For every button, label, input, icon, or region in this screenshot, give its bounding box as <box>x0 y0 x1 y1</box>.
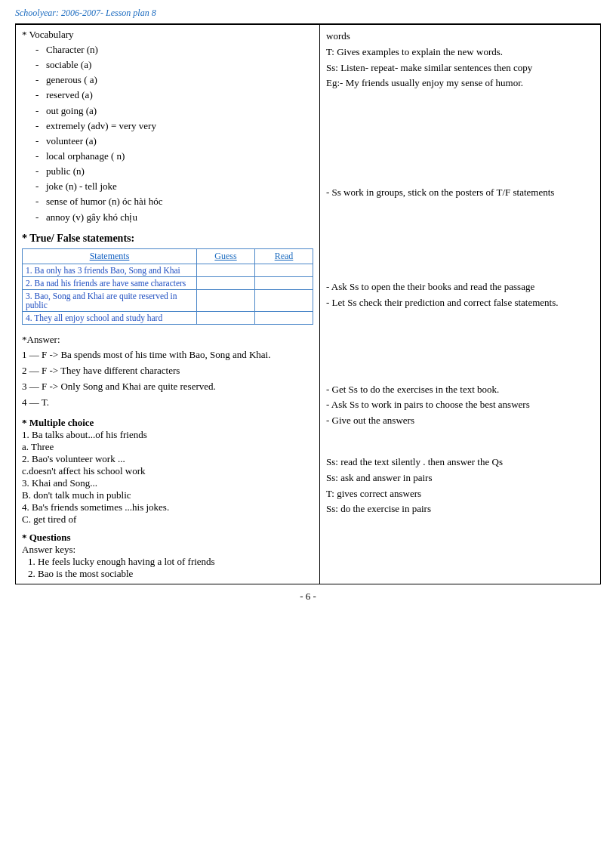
page-number: - 6 - <box>15 591 601 603</box>
left-column: * Vocabulary Character (n) sociable (a) … <box>16 25 320 584</box>
tf-section: * True/ False statements: Statements Gue… <box>22 233 313 325</box>
right-s1-l2: Ss: Listen- repeat- make similar sentenc… <box>326 60 594 76</box>
mc-item-7: C. get tired of <box>22 513 313 526</box>
guess-3 <box>197 289 255 311</box>
list-item: joke (n) - tell joke <box>35 179 313 194</box>
read-3 <box>255 289 313 311</box>
mc-item-1: a. Three <box>22 441 313 453</box>
answer-1: 1 — F -> Ba spends most of his time with… <box>22 347 313 363</box>
right-s4-l1: - Ask Ss to work in pairs to choose the … <box>326 397 594 413</box>
answer-3: 3 — F -> Only Song and Khai are quite re… <box>22 379 313 395</box>
right-s4-l2: - Give out the answers <box>326 413 594 429</box>
list-item: public (n) <box>35 164 313 179</box>
guess-2 <box>197 276 255 289</box>
right-s3-l0: - Ask Ss to open the their books and rea… <box>326 279 594 295</box>
list-item: sense of humor (n) óc hài hóc <box>35 194 313 209</box>
right-s5-l3: Ss: do the exercise in pairs <box>326 501 594 517</box>
mc-item-3: c.doesn't affect his school work <box>22 465 313 477</box>
list-item: Character (n) <box>35 42 313 57</box>
multiple-choice-section: * Multiple choice 1. Ba talks about...of… <box>22 417 313 526</box>
right-segment-2: - Ss work in groups, stick on the poster… <box>326 185 594 201</box>
list-item: sociable (a) <box>35 57 313 72</box>
right-s3-l1: - Let Ss check their prediction and corr… <box>326 295 594 311</box>
right-column: words T: Gives examples to explain the n… <box>320 25 601 584</box>
mc-item-4: 3. Khai and Song... <box>22 477 313 489</box>
right-inner: words T: Gives examples to explain the n… <box>326 29 594 517</box>
tf-table: Statements Guess Read 1. Ba only has 3 f… <box>22 248 313 325</box>
right-spacer-3 <box>326 314 594 382</box>
header-title: Schoolyear: 2006-2007- Lesson plan 8 <box>15 8 156 18</box>
answer-title: *Answer: <box>22 334 60 345</box>
right-s1-l0: words <box>326 29 594 45</box>
mc-item-6: 4. Ba's friends sometimes ...his jokes. <box>22 501 313 513</box>
right-spacer-1 <box>326 94 594 185</box>
read-1 <box>255 264 313 276</box>
right-s5-l1: Ss: ask and answer in pairs <box>326 470 594 486</box>
th-statements: Statements <box>23 248 197 264</box>
questions-section: * Questions Answer keys: 1. He feels luc… <box>22 532 313 580</box>
mc-item-5: B. don't talk much in public <box>22 489 313 501</box>
right-s1-l3: Eg:- My friends usually enjoy my sense o… <box>326 76 594 91</box>
guess-1 <box>197 264 255 276</box>
list-item: local orphanage ( n) <box>35 149 313 164</box>
list-item: out going (a) <box>35 103 313 119</box>
table-row: 4. They all enjoy school and study hard <box>23 311 313 324</box>
list-item: extremely (adv) = very very <box>35 119 313 134</box>
answer-keys-title: Answer keys: <box>22 544 313 556</box>
list-item: reserved (a) <box>35 88 313 103</box>
right-s2-l0: - Ss work in groups, stick on the poster… <box>326 185 594 201</box>
right-segment-1: words T: Gives examples to explain the n… <box>326 29 594 91</box>
right-segment-4: - Get Ss to do the exercises in the text… <box>326 382 594 429</box>
right-s4-l0: - Get Ss to do the exercises in the text… <box>326 382 594 398</box>
mc-title: * Multiple choice <box>22 417 94 428</box>
statement-2: 2. Ba nad his friends are have same char… <box>23 276 197 289</box>
right-segment-5: Ss: read the text silently . then answer… <box>326 455 594 517</box>
vocab-section: * Vocabulary Character (n) sociable (a) … <box>22 29 313 225</box>
table-row: 3. Bao, Song and Khai are quite reserved… <box>23 289 313 311</box>
q-title: * Questions <box>22 532 71 543</box>
th-read: Read <box>255 248 313 264</box>
vocab-title: * Vocabulary <box>22 29 73 40</box>
answer-section: *Answer: 1 — F -> Ba spends most of his … <box>22 332 313 411</box>
answer-key-1: 1. He feels lucky enough having a lot of… <box>22 556 313 568</box>
answer-4: 4 — T. <box>22 395 313 411</box>
th-guess: Guess <box>197 248 255 264</box>
right-spacer-2 <box>326 204 594 279</box>
table-row: 1. Ba only has 3 friends Bao, Song and K… <box>23 264 313 276</box>
page-header: Schoolyear: 2006-2007- Lesson plan 8 <box>15 8 601 19</box>
table-row: 2. Ba nad his friends are have same char… <box>23 276 313 289</box>
statement-1: 1. Ba only has 3 friends Bao, Song and K… <box>23 264 197 276</box>
page: Schoolyear: 2006-2007- Lesson plan 8 * V… <box>0 0 616 848</box>
guess-4 <box>197 311 255 324</box>
mc-item-2: 2. Bao's volunteer work ... <box>22 453 313 465</box>
answer-2: 2 — F -> They have different characters <box>22 363 313 379</box>
read-4 <box>255 311 313 324</box>
list-item: volunteer (a) <box>35 134 313 149</box>
answer-key-2: 2. Bao is the most sociable <box>22 568 313 580</box>
vocab-list: Character (n) sociable (a) generous ( a)… <box>22 42 313 225</box>
right-s5-l2: T: gives correct answers <box>326 486 594 502</box>
list-item: annoy (v) gây khó chịu <box>35 210 313 225</box>
tf-title: * True/ False statements: <box>22 233 313 245</box>
right-s1-l1: T: Gives examples to explain the new wor… <box>326 45 594 60</box>
main-table: * Vocabulary Character (n) sociable (a) … <box>15 24 601 584</box>
statement-4: 4. They all enjoy school and study hard <box>23 311 197 324</box>
read-2 <box>255 276 313 289</box>
right-spacer-4 <box>326 432 594 455</box>
mc-item-0: 1. Ba talks about...of his friends <box>22 429 313 441</box>
list-item: generous ( a) <box>35 72 313 88</box>
right-s5-l0: Ss: read the text silently . then answer… <box>326 455 594 470</box>
right-segment-3: - Ask Ss to open the their books and rea… <box>326 279 594 311</box>
statement-3: 3. Bao, Song and Khai are quite reserved… <box>23 289 197 311</box>
